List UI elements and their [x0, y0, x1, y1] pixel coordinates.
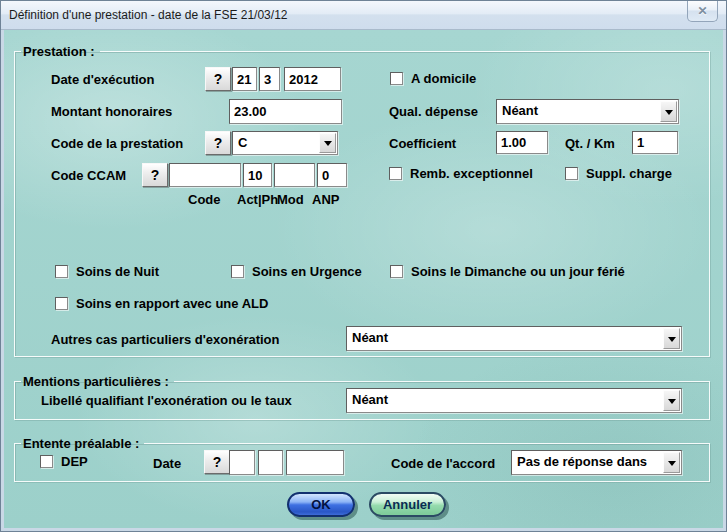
- qual-depense-label: Qual. dépense: [389, 104, 478, 119]
- dep-label: DEP: [61, 454, 88, 469]
- entente-month-input[interactable]: [258, 450, 283, 475]
- soins-ald-label: Soins en rapport avec une ALD: [76, 296, 268, 311]
- code-prestation-help-button[interactable]: ?: [205, 131, 231, 155]
- code-accord-select[interactable]: Pas de réponse dans: [511, 450, 682, 475]
- dep-checkbox[interactable]: DEP: [40, 454, 88, 469]
- checkbox-box[interactable]: [390, 265, 403, 278]
- checkbox-box[interactable]: [565, 167, 578, 180]
- checkbox-box[interactable]: [55, 297, 68, 310]
- prestation-legend: Prestation :: [21, 44, 100, 59]
- montant-honoraires-input[interactable]: [229, 99, 342, 124]
- libelle-exoneration-label: Libellé qualifiant l'exonération ou le t…: [41, 393, 292, 408]
- qual-depense-select[interactable]: Néant: [496, 99, 679, 124]
- entente-date-help-button[interactable]: ?: [204, 450, 230, 474]
- soins-nuit-label: Soins de Nuit: [76, 264, 159, 279]
- date-execution-label: Date d'exécution: [51, 72, 155, 87]
- code-prestation-value: C: [238, 132, 317, 154]
- ccam-col-actph-label: Act|Ph: [237, 192, 278, 207]
- chevron-down-icon[interactable]: [663, 328, 680, 349]
- soins-nuit-checkbox[interactable]: Soins de Nuit: [55, 264, 159, 279]
- date-month-input[interactable]: [259, 67, 280, 91]
- qt-km-label: Qt. / Km: [565, 136, 615, 151]
- a-domicile-label: A domicile: [411, 71, 476, 86]
- cancel-button[interactable]: Annuler: [369, 492, 446, 517]
- ccam-actph-input[interactable]: [243, 163, 272, 187]
- checkbox-box[interactable]: [55, 265, 68, 278]
- chevron-down-icon[interactable]: [319, 133, 336, 153]
- suppl-charge-checkbox[interactable]: Suppl. charge: [565, 166, 672, 181]
- date-year-input[interactable]: [284, 67, 341, 91]
- code-accord-value: Pas de réponse dans: [517, 451, 661, 474]
- montant-honoraires-label: Montant honoraires: [51, 104, 172, 119]
- autres-cas-value: Néant: [352, 327, 661, 350]
- soins-ald-checkbox[interactable]: Soins en rapport avec une ALD: [55, 296, 268, 311]
- coefficient-label: Coefficient: [389, 136, 456, 151]
- checkbox-box[interactable]: [390, 72, 403, 85]
- entente-legend: Entente préalable :: [21, 436, 144, 451]
- autres-cas-select[interactable]: Néant: [346, 326, 682, 351]
- checkbox-box[interactable]: [231, 265, 244, 278]
- entente-year-input[interactable]: [286, 450, 344, 475]
- soins-dimanche-label: Soins le Dimanche ou un jour férié: [411, 264, 625, 279]
- remb-exceptionnel-checkbox[interactable]: Remb. exceptionnel: [389, 166, 533, 181]
- title-bar[interactable]: Définition d'une prestation - date de la…: [1, 1, 726, 30]
- ccam-col-mod-label: Mod: [277, 192, 304, 207]
- chevron-down-icon[interactable]: [660, 101, 677, 122]
- ccam-col-code-label: Code: [188, 192, 221, 207]
- ccam-code-input[interactable]: [169, 163, 241, 187]
- a-domicile-checkbox[interactable]: A domicile: [390, 71, 476, 86]
- mentions-legend: Mentions particulières :: [21, 374, 174, 389]
- code-prestation-label: Code de la prestation: [51, 136, 183, 151]
- window-title: Définition d'une prestation - date de la…: [9, 1, 287, 29]
- ccam-col-anp-label: ANP: [312, 192, 339, 207]
- soins-urgence-label: Soins en Urgence: [252, 264, 362, 279]
- soins-dimanche-checkbox[interactable]: Soins le Dimanche ou un jour férié: [390, 264, 625, 279]
- chevron-down-icon[interactable]: [663, 390, 680, 411]
- ccam-mod-input[interactable]: [274, 163, 315, 187]
- code-ccam-help-button[interactable]: ?: [142, 163, 168, 187]
- entente-day-input[interactable]: [229, 450, 255, 475]
- date-day-input[interactable]: [232, 67, 257, 91]
- libelle-exoneration-value: Néant: [352, 389, 661, 412]
- checkbox-box[interactable]: [389, 167, 402, 180]
- ok-button[interactable]: OK: [287, 492, 355, 517]
- code-accord-label: Code de l'accord: [391, 456, 495, 471]
- checkbox-box[interactable]: [40, 455, 53, 468]
- qual-depense-value: Néant: [502, 100, 658, 123]
- remb-exceptionnel-label: Remb. exceptionnel: [410, 166, 533, 181]
- ccam-anp-input[interactable]: [317, 163, 347, 187]
- dialog-window: Définition d'une prestation - date de la…: [0, 0, 727, 532]
- date-execution-help-button[interactable]: ?: [205, 67, 231, 91]
- code-ccam-label: Code CCAM: [51, 168, 126, 183]
- suppl-charge-label: Suppl. charge: [586, 166, 672, 181]
- dialog-body: Prestation : Date d'exécution ? A domici…: [4, 30, 723, 528]
- close-icon: ✕: [697, 4, 707, 18]
- code-prestation-select[interactable]: C: [232, 131, 338, 155]
- libelle-exoneration-select[interactable]: Néant: [346, 388, 682, 413]
- close-button[interactable]: ✕: [687, 1, 718, 22]
- autres-cas-label: Autres cas particuliers d'exonération: [51, 332, 280, 347]
- qt-km-input[interactable]: [632, 131, 678, 154]
- soins-urgence-checkbox[interactable]: Soins en Urgence: [231, 264, 362, 279]
- entente-date-label: Date: [153, 456, 181, 471]
- coefficient-input[interactable]: [496, 131, 548, 154]
- chevron-down-icon[interactable]: [663, 452, 680, 473]
